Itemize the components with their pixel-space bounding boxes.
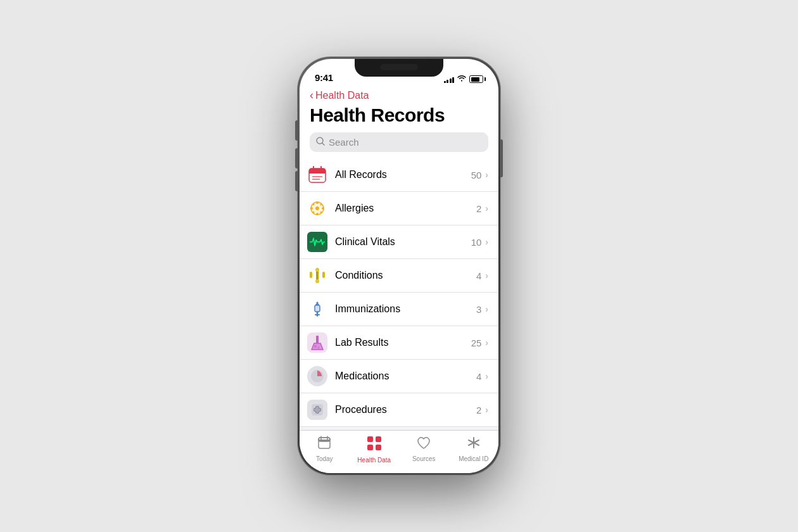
svg-point-12: [316, 213, 319, 215]
medications-chevron: ›: [485, 371, 488, 381]
list-item-medications[interactable]: Medications 4 ›: [300, 360, 498, 393]
svg-rect-4: [309, 172, 326, 174]
status-icons: [444, 75, 484, 83]
tab-health-data[interactable]: Health Data: [350, 436, 400, 464]
phone-screen: 9:41: [300, 59, 498, 473]
svg-point-30: [314, 345, 317, 348]
list-item-conditions[interactable]: Conditions 4 ›: [300, 259, 498, 293]
tab-sources[interactable]: Sources: [399, 436, 449, 462]
procedures-icon: [307, 400, 327, 420]
immunizations-label: Immunizations: [335, 303, 476, 315]
notch-inner: [380, 64, 418, 70]
lab-results-label: Lab Results: [335, 337, 471, 348]
lab-results-count: 25: [471, 338, 482, 348]
list-item-lab-results[interactable]: Lab Results 25 ›: [300, 326, 498, 360]
svg-point-11: [316, 201, 319, 204]
svg-point-15: [313, 204, 315, 206]
notch: [355, 59, 443, 77]
svg-point-13: [310, 207, 313, 210]
battery-icon: [469, 75, 483, 83]
page-title: Health Records: [300, 102, 498, 132]
svg-point-10: [315, 206, 319, 210]
svg-rect-44: [376, 436, 381, 442]
svg-point-17: [313, 212, 315, 213]
immunizations-count: 3: [476, 304, 481, 315]
allergies-label: Allergies: [335, 203, 476, 214]
tab-bar: Today Health Data: [300, 430, 498, 473]
back-label: Health Data: [315, 90, 369, 101]
phone-frame: 9:41: [298, 57, 500, 475]
svg-rect-20: [310, 272, 312, 278]
all-records-chevron: ›: [485, 170, 488, 180]
clinical-vitals-label: Clinical Vitals: [335, 236, 471, 248]
medications-label: Medications: [335, 370, 476, 382]
svg-rect-40: [319, 440, 330, 441]
clinical-vitals-chevron: ›: [485, 237, 488, 247]
allergies-chevron: ›: [485, 203, 488, 213]
svg-point-18: [320, 212, 322, 213]
svg-point-31: [318, 347, 320, 349]
back-chevron-icon: ‹: [310, 89, 314, 102]
allergy-icon: [307, 198, 327, 218]
search-bar[interactable]: Search: [310, 132, 488, 152]
medications-count: 4: [476, 371, 481, 382]
today-icon: [317, 436, 331, 453]
svg-point-22: [315, 268, 319, 272]
lab-icon: [307, 332, 327, 353]
clinical-vitals-count: 10: [471, 237, 482, 248]
scene: 9:41: [0, 0, 798, 532]
tab-today-label: Today: [316, 455, 333, 462]
status-time: 9:41: [315, 72, 333, 83]
svg-line-1: [322, 143, 324, 145]
list-item-immunizations[interactable]: Immunizations 3 ›: [300, 293, 498, 326]
tab-sources-label: Sources: [412, 455, 436, 462]
svg-rect-46: [376, 445, 381, 450]
immunizations-icon: [307, 299, 327, 319]
medications-icon: [307, 366, 327, 386]
tab-medical-id[interactable]: Medical ID: [449, 436, 499, 462]
wifi-icon: [457, 75, 466, 83]
svg-rect-21: [322, 272, 325, 278]
list-item-all-records[interactable]: All Records 50 ›: [300, 158, 498, 192]
immunizations-chevron: ›: [485, 304, 488, 314]
list-item-procedures[interactable]: Procedures 2 ›: [300, 393, 498, 427]
all-records-label: All Records: [335, 169, 471, 180]
tab-medical-id-label: Medical ID: [459, 455, 488, 462]
medical-id-icon: [467, 436, 481, 453]
signal-icon: [444, 75, 455, 83]
conditions-count: 4: [476, 270, 481, 281]
search-icon: [316, 137, 325, 148]
allergies-count: 2: [476, 203, 481, 214]
health-data-icon: [367, 436, 382, 455]
svg-rect-29: [316, 336, 319, 343]
procedures-count: 2: [476, 405, 481, 415]
tab-health-data-label: Health Data: [357, 457, 391, 464]
svg-point-23: [315, 279, 319, 283]
procedures-chevron: ›: [485, 405, 488, 415]
svg-rect-43: [367, 436, 373, 442]
list-item-allergies[interactable]: Allergies 2 ›: [300, 192, 498, 225]
svg-rect-38: [319, 438, 330, 448]
svg-point-16: [320, 204, 322, 206]
search-placeholder: Search: [329, 137, 359, 148]
all-records-count: 50: [471, 170, 482, 180]
list-item-clinical-vitals[interactable]: Clinical Vitals 10 ›: [300, 225, 498, 259]
back-button[interactable]: ‹ Health Data: [310, 89, 488, 102]
sources-icon: [416, 436, 431, 453]
health-records-list: All Records 50 ›: [300, 158, 498, 430]
svg-rect-25: [315, 305, 320, 312]
screen-content: ‹ Health Data Health Records Search: [300, 87, 498, 473]
svg-rect-45: [367, 445, 373, 450]
conditions-icon: [307, 265, 327, 286]
procedures-label: Procedures: [335, 404, 476, 415]
calendar-icon: [307, 165, 327, 185]
vitals-icon: [307, 232, 327, 252]
conditions-chevron: ›: [485, 270, 488, 281]
lab-results-chevron: ›: [485, 338, 488, 348]
tab-today[interactable]: Today: [300, 436, 350, 462]
svg-point-14: [322, 207, 324, 210]
conditions-label: Conditions: [335, 270, 476, 281]
nav-bar: ‹ Health Data: [300, 87, 498, 102]
svg-rect-37: [314, 408, 320, 411]
